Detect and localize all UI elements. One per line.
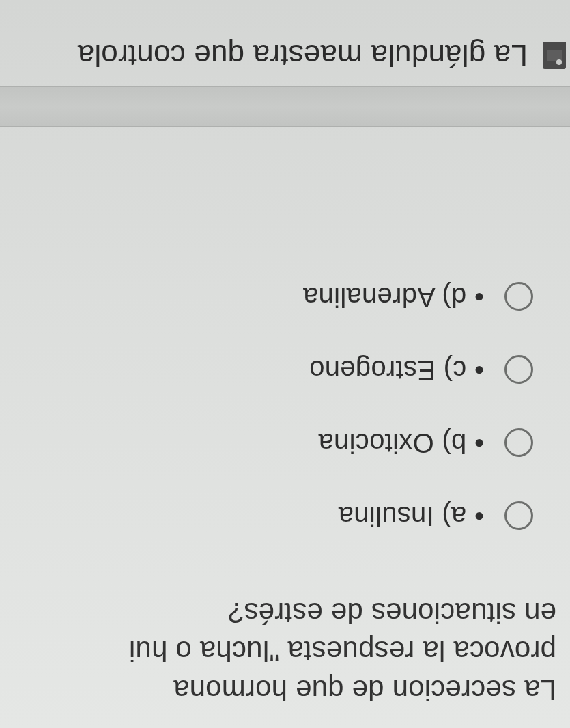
option-label: • c) Estrogeno — [309, 354, 484, 385]
question-block: La secrecion de que hormona provoca la r… — [0, 593, 570, 728]
option-label: • d) Adrenalina — [303, 281, 484, 312]
option-a[interactable]: • a) Insulina — [0, 501, 533, 531]
next-question-row: La glándula maestra que controla — [0, 38, 570, 72]
option-d[interactable]: • d) Adrenalina — [0, 281, 533, 312]
option-label: • a) Insulina — [338, 501, 484, 531]
document-icon — [543, 42, 566, 69]
next-question-text: La glándula maestra que controla — [77, 38, 528, 72]
question-line-1: La secrecion de que hormona — [0, 670, 556, 709]
radio-icon[interactable] — [504, 355, 533, 384]
radio-icon[interactable] — [504, 501, 533, 530]
radio-icon[interactable] — [504, 282, 533, 311]
radio-icon[interactable] — [504, 428, 533, 457]
options-group: • a) Insulina • b) Oxitocina • c) Estrog… — [0, 281, 570, 531]
quiz-viewport: La secrecion de que hormona provoca la r… — [0, 0, 570, 728]
option-c[interactable]: • c) Estrogeno — [0, 354, 533, 385]
option-label: • b) Oxitocina — [318, 428, 484, 458]
question-line-3: en situaciones de estrés? — [0, 593, 556, 632]
question-line-2: provoca la respuesta "lucha o hui — [0, 632, 556, 671]
option-b[interactable]: • b) Oxitocina — [0, 428, 533, 458]
section-divider — [0, 86, 570, 127]
